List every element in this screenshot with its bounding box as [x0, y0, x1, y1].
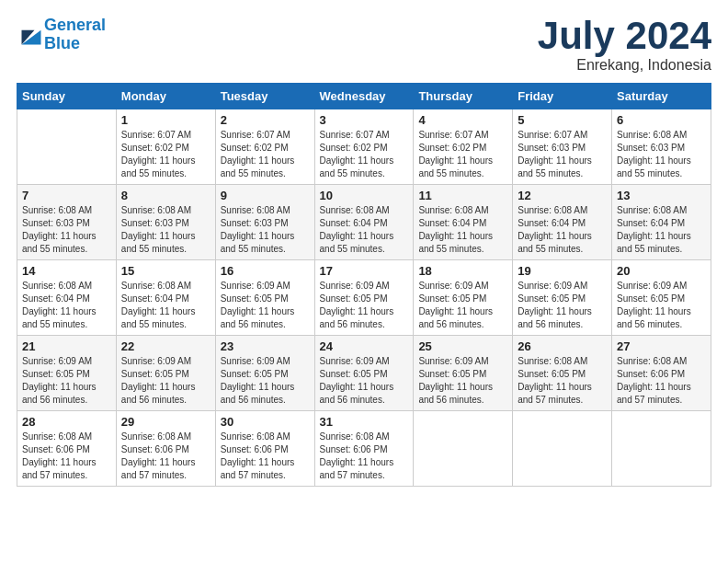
day-number: 20	[617, 264, 706, 278]
calendar-cell: 12Sunrise: 6:08 AMSunset: 6:04 PMDayligh…	[513, 185, 612, 260]
calendar-cell: 24Sunrise: 6:09 AMSunset: 6:05 PMDayligh…	[314, 336, 414, 411]
calendar-cell: 16Sunrise: 6:09 AMSunset: 6:05 PMDayligh…	[215, 260, 314, 336]
day-number: 5	[518, 113, 607, 127]
calendar-cell: 20Sunrise: 6:09 AMSunset: 6:05 PMDayligh…	[612, 260, 711, 336]
calendar-cell: 13Sunrise: 6:08 AMSunset: 6:04 PMDayligh…	[612, 185, 711, 260]
day-number: 24	[320, 339, 409, 353]
day-info: Sunrise: 6:07 AMSunset: 6:03 PMDaylight:…	[518, 129, 607, 180]
month-title: July 2024	[538, 17, 711, 55]
calendar-cell: 27Sunrise: 6:08 AMSunset: 6:06 PMDayligh…	[612, 336, 711, 411]
day-info: Sunrise: 6:08 AMSunset: 6:06 PMDaylight:…	[221, 431, 310, 482]
calendar-cell	[612, 411, 711, 487]
calendar-cell: 15Sunrise: 6:08 AMSunset: 6:04 PMDayligh…	[116, 260, 215, 336]
day-number: 4	[418, 113, 507, 127]
day-number: 14	[22, 264, 111, 278]
day-info: Sunrise: 6:08 AMSunset: 6:06 PMDaylight:…	[617, 355, 706, 407]
day-number: 21	[22, 339, 111, 353]
page: General Blue July 2024 Enrekang, Indones…	[0, 0, 728, 563]
weekday-header-sunday: Sunday	[17, 84, 117, 109]
calendar-cell: 4Sunrise: 6:07 AMSunset: 6:02 PMDaylight…	[414, 109, 513, 185]
calendar-cell	[513, 411, 612, 487]
calendar-week-row: 14Sunrise: 6:08 AMSunset: 6:04 PMDayligh…	[17, 260, 711, 336]
day-info: Sunrise: 6:09 AMSunset: 6:05 PMDaylight:…	[418, 355, 507, 407]
calendar-cell: 3Sunrise: 6:07 AMSunset: 6:02 PMDaylight…	[314, 109, 414, 185]
calendar-cell: 18Sunrise: 6:09 AMSunset: 6:05 PMDayligh…	[414, 260, 513, 336]
calendar-cell: 1Sunrise: 6:07 AMSunset: 6:02 PMDaylight…	[116, 109, 215, 185]
day-info: Sunrise: 6:07 AMSunset: 6:02 PMDaylight:…	[418, 129, 507, 180]
weekday-header-monday: Monday	[116, 84, 215, 109]
day-number: 10	[320, 189, 409, 202]
day-number: 12	[518, 189, 607, 202]
calendar-cell: 19Sunrise: 6:09 AMSunset: 6:05 PMDayligh…	[513, 260, 612, 336]
logo-icon	[18, 22, 44, 48]
day-info: Sunrise: 6:08 AMSunset: 6:03 PMDaylight:…	[617, 129, 706, 180]
day-number: 22	[121, 339, 210, 353]
day-number: 16	[221, 264, 310, 278]
weekday-header-wednesday: Wednesday	[314, 84, 414, 109]
day-number: 28	[22, 415, 111, 429]
day-number: 11	[418, 189, 507, 202]
calendar-cell: 10Sunrise: 6:08 AMSunset: 6:04 PMDayligh…	[314, 185, 414, 260]
day-number: 9	[221, 189, 310, 202]
day-info: Sunrise: 6:08 AMSunset: 6:03 PMDaylight:…	[22, 204, 111, 256]
day-number: 26	[518, 339, 607, 353]
calendar-cell: 25Sunrise: 6:09 AMSunset: 6:05 PMDayligh…	[414, 336, 513, 411]
header: General Blue July 2024 Enrekang, Indones…	[17, 17, 711, 74]
day-number: 23	[221, 339, 310, 353]
day-info: Sunrise: 6:09 AMSunset: 6:05 PMDaylight:…	[320, 355, 409, 407]
calendar-cell: 29Sunrise: 6:08 AMSunset: 6:06 PMDayligh…	[116, 411, 215, 487]
calendar-cell: 9Sunrise: 6:08 AMSunset: 6:03 PMDaylight…	[215, 185, 314, 260]
calendar-cell: 23Sunrise: 6:09 AMSunset: 6:05 PMDayligh…	[215, 336, 314, 411]
calendar-cell: 8Sunrise: 6:08 AMSunset: 6:03 PMDaylight…	[116, 185, 215, 260]
title-block: July 2024 Enrekang, Indonesia	[538, 17, 711, 74]
calendar-cell: 26Sunrise: 6:08 AMSunset: 6:05 PMDayligh…	[513, 336, 612, 411]
day-number: 13	[617, 189, 706, 202]
day-number: 31	[320, 415, 409, 429]
calendar-cell: 6Sunrise: 6:08 AMSunset: 6:03 PMDaylight…	[612, 109, 711, 185]
day-info: Sunrise: 6:08 AMSunset: 6:04 PMDaylight:…	[617, 204, 706, 256]
day-info: Sunrise: 6:09 AMSunset: 6:05 PMDaylight:…	[121, 355, 210, 407]
day-info: Sunrise: 6:08 AMSunset: 6:06 PMDaylight:…	[22, 431, 111, 482]
day-number: 6	[617, 113, 706, 127]
calendar-week-row: 21Sunrise: 6:09 AMSunset: 6:05 PMDayligh…	[17, 336, 711, 411]
day-number: 18	[418, 264, 507, 278]
day-number: 25	[418, 339, 507, 353]
day-number: 19	[518, 264, 607, 278]
day-info: Sunrise: 6:08 AMSunset: 6:06 PMDaylight:…	[121, 431, 210, 482]
day-number: 2	[221, 113, 310, 127]
calendar-cell: 7Sunrise: 6:08 AMSunset: 6:03 PMDaylight…	[17, 185, 117, 260]
weekday-header-saturday: Saturday	[612, 84, 711, 109]
calendar-cell: 2Sunrise: 6:07 AMSunset: 6:02 PMDaylight…	[215, 109, 314, 185]
weekday-header-tuesday: Tuesday	[215, 84, 314, 109]
day-info: Sunrise: 6:07 AMSunset: 6:02 PMDaylight:…	[121, 129, 210, 180]
day-info: Sunrise: 6:09 AMSunset: 6:05 PMDaylight:…	[221, 280, 310, 331]
day-info: Sunrise: 6:09 AMSunset: 6:05 PMDaylight:…	[617, 280, 706, 331]
day-number: 8	[121, 189, 210, 202]
day-number: 3	[320, 113, 409, 127]
calendar-cell: 5Sunrise: 6:07 AMSunset: 6:03 PMDaylight…	[513, 109, 612, 185]
calendar-week-row: 28Sunrise: 6:08 AMSunset: 6:06 PMDayligh…	[17, 411, 711, 487]
day-info: Sunrise: 6:08 AMSunset: 6:05 PMDaylight:…	[518, 355, 607, 407]
location-subtitle: Enrekang, Indonesia	[538, 57, 711, 74]
day-number: 27	[617, 339, 706, 353]
day-info: Sunrise: 6:07 AMSunset: 6:02 PMDaylight:…	[221, 129, 310, 180]
day-number: 1	[121, 113, 210, 127]
day-number: 17	[320, 264, 409, 278]
calendar-cell: 21Sunrise: 6:09 AMSunset: 6:05 PMDayligh…	[17, 336, 117, 411]
calendar-cell	[414, 411, 513, 487]
logo: General Blue	[17, 17, 106, 53]
calendar-cell: 28Sunrise: 6:08 AMSunset: 6:06 PMDayligh…	[17, 411, 117, 487]
calendar-cell: 30Sunrise: 6:08 AMSunset: 6:06 PMDayligh…	[215, 411, 314, 487]
day-info: Sunrise: 6:08 AMSunset: 6:04 PMDaylight:…	[320, 204, 409, 256]
calendar-table: SundayMondayTuesdayWednesdayThursdayFrid…	[17, 83, 711, 487]
day-info: Sunrise: 6:08 AMSunset: 6:04 PMDaylight:…	[418, 204, 507, 256]
calendar-cell: 31Sunrise: 6:08 AMSunset: 6:06 PMDayligh…	[314, 411, 414, 487]
calendar-week-row: 7Sunrise: 6:08 AMSunset: 6:03 PMDaylight…	[17, 185, 711, 260]
day-info: Sunrise: 6:08 AMSunset: 6:04 PMDaylight:…	[121, 280, 210, 331]
day-info: Sunrise: 6:08 AMSunset: 6:03 PMDaylight:…	[121, 204, 210, 256]
logo-text: General Blue	[44, 17, 106, 53]
weekday-header-row: SundayMondayTuesdayWednesdayThursdayFrid…	[17, 84, 711, 109]
day-info: Sunrise: 6:09 AMSunset: 6:05 PMDaylight:…	[22, 355, 111, 407]
calendar-cell: 14Sunrise: 6:08 AMSunset: 6:04 PMDayligh…	[17, 260, 117, 336]
day-number: 7	[22, 189, 111, 202]
